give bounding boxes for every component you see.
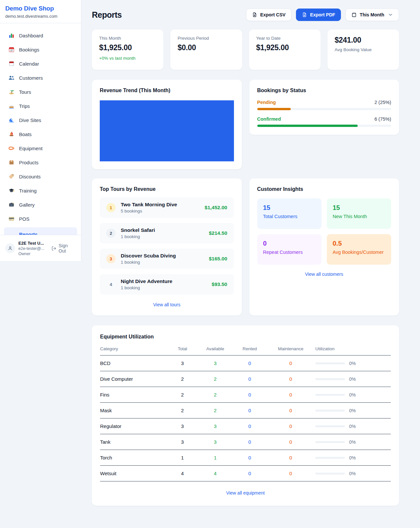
tour-row[interactable]: 2 Snorkel Safari 1 booking $214.50 <box>100 223 234 243</box>
bookings-by-status-panel: Bookings by Status Pending 2 (25%) Confi… <box>249 80 399 135</box>
speedboat-icon <box>9 103 14 109</box>
sidebar-item-training[interactable]: Training <box>4 184 77 197</box>
sidebar-item-dive-sites[interactable]: Dive Sites <box>4 113 77 127</box>
sidebar-item-label: Discounts <box>19 174 41 179</box>
stat-card-year-to-date: Year to Date $1,925.00 <box>249 30 321 70</box>
insight-value: 15 <box>333 204 385 212</box>
avatar <box>5 243 15 253</box>
sidebar-item-reports[interactable]: Reports <box>4 227 77 235</box>
sidebar-item-products[interactable]: Products <box>4 155 77 169</box>
equipment-total: 4 <box>168 471 197 476</box>
tear-off-calendar-icon <box>9 61 14 67</box>
stat-card-previous-period: Previous Period $0.00 <box>170 30 242 70</box>
stat-label: This Month <box>99 36 156 41</box>
top-tours-panel: Top Tours by Revenue 1 Two Tank Morning … <box>92 178 242 315</box>
equipment-total: 2 <box>168 408 197 413</box>
equipment-category: Regulator <box>100 423 168 429</box>
equipment-category: Torch <box>100 455 168 460</box>
shop-domain: demo.test.divestreams.com <box>5 14 76 19</box>
column-header: Total <box>168 346 197 351</box>
column-header: Rented <box>233 346 266 351</box>
diving-mask-icon <box>9 145 14 151</box>
column-header: Available <box>197 346 233 351</box>
svg-text:17: 17 <box>10 49 13 51</box>
tour-name: Discover Scuba Diving <box>121 253 176 259</box>
equipment-utilization-cell: 0% <box>315 392 391 397</box>
tour-row[interactable]: 3 Discover Scuba Diving 1 booking $165.0… <box>100 249 234 269</box>
sidebar-item-label: Calendar <box>19 61 39 67</box>
tour-row[interactable]: 4 Night Dive Adventure 1 booking $93.50 <box>100 274 234 294</box>
sidebar-item-label: Reports <box>19 232 38 235</box>
sidebar-item-trips[interactable]: Trips <box>4 99 77 113</box>
equipment-utilization-cell: 0% <box>315 439 391 445</box>
sidebar-item-label: Tours <box>19 89 31 95</box>
sidebar-item-customers[interactable]: Customers <box>4 71 77 85</box>
user-role: Owner <box>18 252 48 256</box>
sidebar-item-boats[interactable]: Boats <box>4 127 77 141</box>
export-csv-label: Export CSV <box>260 12 285 17</box>
equipment-total: 2 <box>168 392 197 397</box>
view-all-customers-link[interactable]: View all customers <box>305 272 343 277</box>
tour-amount: $93.50 <box>212 281 227 287</box>
sidebar-item-gallery[interactable]: Gallery <box>4 198 77 212</box>
equipment-category: Tank <box>100 439 168 445</box>
equipment-rented: 0 <box>233 439 266 445</box>
tour-bookings: 1 booking <box>121 260 176 265</box>
equipment-total: 1 <box>168 455 197 460</box>
equipment-category: Wetsuit <box>100 471 168 476</box>
tour-row[interactable]: 1 Two Tank Morning Dive 5 bookings $1,45… <box>100 197 234 218</box>
bookings-by-status-title: Bookings by Status <box>257 88 391 93</box>
sidebar-nav: Dashboard 17 Bookings Calendar Customers… <box>0 23 81 235</box>
equipment-rented: 0 <box>233 423 266 429</box>
sign-out-button[interactable]: Sign Out <box>52 243 76 254</box>
rank-badge: 2 <box>106 229 116 238</box>
equipment-utilization-cell: 0% <box>315 361 391 366</box>
equipment-category: Dive Computer <box>100 376 168 382</box>
person-icon <box>8 246 13 251</box>
camera-icon <box>9 202 14 208</box>
equipment-category: Fins <box>100 392 168 397</box>
status-label: Pending <box>257 100 276 105</box>
customer-insights-title: Customer Insights <box>257 186 391 192</box>
equipment-maintenance: 0 <box>266 471 315 476</box>
sidebar-item-tours[interactable]: Tours <box>4 85 77 99</box>
sidebar-item-calendar[interactable]: Calendar <box>4 57 77 71</box>
equipment-utilization-cell: 0% <box>315 376 391 382</box>
equipment-category: BCD <box>100 360 168 366</box>
equipment-rented: 0 <box>233 471 266 476</box>
tour-bookings: 5 bookings <box>121 209 177 213</box>
sidebar-item-pos[interactable]: POS <box>4 212 77 226</box>
table-row: Fins 2 2 0 0 0% <box>100 387 391 403</box>
equipment-rented: 0 <box>233 392 266 397</box>
sidebar-item-label: Training <box>19 188 37 193</box>
stat-delta: +0% vs last month <box>99 56 156 61</box>
period-select[interactable]: This Month <box>346 9 399 21</box>
tour-amount: $165.00 <box>209 256 227 262</box>
revenue-trend-chart <box>100 100 234 161</box>
tour-name: Night Dive Adventure <box>121 278 172 284</box>
sidebar-item-label: Gallery <box>19 202 35 208</box>
sidebar-item-dashboard[interactable]: Dashboard <box>4 29 77 42</box>
view-all-equipment-link[interactable]: View all equipment <box>226 490 264 496</box>
sidebar-item-bookings[interactable]: 17 Bookings <box>4 43 77 56</box>
chevron-down-icon <box>388 12 393 17</box>
sidebar-item-equipment[interactable]: Equipment <box>4 141 77 155</box>
insight-avg-bookings: 0.5 Avg Bookings/Customer <box>327 234 391 265</box>
sidebar-item-discounts[interactable]: Discounts <box>4 170 77 183</box>
sidebar-item-label: Boats <box>19 132 32 137</box>
file-download-icon <box>302 12 307 17</box>
equipment-total: 3 <box>168 439 197 445</box>
user-name: E2E Test U... <box>18 241 48 246</box>
view-all-tours-link[interactable]: View all tours <box>153 302 180 307</box>
sidebar-item-label: Customers <box>19 75 43 81</box>
tour-amount: $1,452.00 <box>205 205 227 211</box>
column-header: Maintenance <box>266 346 315 351</box>
equipment-utilization-cell: 0% <box>315 408 391 413</box>
export-csv-button[interactable]: Export CSV <box>246 9 291 21</box>
status-bar-track <box>257 108 391 110</box>
export-pdf-button[interactable]: Export PDF <box>296 9 341 21</box>
wave-icon <box>9 117 14 123</box>
tour-amount: $214.50 <box>209 230 227 236</box>
insight-label: Avg Bookings/Customer <box>333 250 385 255</box>
table-row: BCD 3 3 0 0 0% <box>100 355 391 371</box>
